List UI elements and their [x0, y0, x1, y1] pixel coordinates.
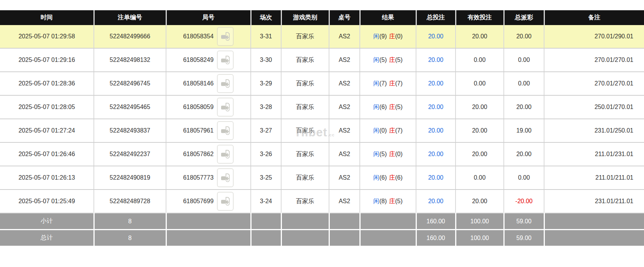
player-result-score: (9): [379, 33, 387, 39]
video-replay-button[interactable]: [217, 145, 234, 164]
col-header-round: 局号: [166, 10, 251, 25]
table-no-cell: AS2: [329, 72, 360, 95]
round-number: 618058059: [183, 104, 214, 111]
banker-result-score: (5): [395, 104, 403, 110]
remark-cell: 250.01/270.01: [544, 95, 644, 119]
time-cell: 2025-05-07 01:27:24: [0, 119, 94, 142]
player-result-score: (5): [379, 151, 387, 157]
bet-id-cell: 522482495465: [94, 95, 166, 119]
banker-result-label: 庄: [389, 174, 395, 181]
game-type-cell: 百家乐: [281, 48, 329, 72]
video-replay-button[interactable]: [217, 27, 234, 46]
table-row: 2025-05-07 01:28:05 522482495465 6180580…: [0, 95, 644, 119]
total-table-cell: [329, 230, 360, 246]
player-result-score: (7): [379, 80, 387, 87]
video-replay-button[interactable]: [217, 51, 234, 70]
col-header-total-bet: 总投注: [416, 10, 456, 25]
banker-result-label: 庄: [389, 80, 395, 87]
video-replay-button[interactable]: [217, 168, 234, 187]
round-cell: 618058059: [166, 95, 251, 119]
subtotal-count: 8: [94, 213, 166, 230]
video-icon: [220, 196, 230, 206]
valid-bet-cell: 20.00: [456, 190, 504, 213]
time-cell: 2025-05-07 01:29:58: [0, 25, 94, 48]
time-cell: 2025-05-07 01:26:13: [0, 166, 94, 190]
player-result-label: 闲: [373, 57, 379, 63]
result-cell: 闲(5)庄(5): [360, 48, 416, 72]
video-replay-button[interactable]: [217, 74, 234, 93]
col-header-bet-id: 注单编号: [94, 10, 166, 25]
subtotal-session-cell: [251, 213, 281, 230]
round-cell: 618058146: [166, 72, 251, 95]
payout-cell: 0.00: [504, 72, 544, 95]
table-no-cell: AS2: [329, 190, 360, 213]
subtotal-remark-cell: [544, 213, 644, 230]
player-result-score: (8): [379, 198, 387, 204]
total-game-cell: [281, 230, 329, 246]
table-row: 2025-05-07 01:29:58 522482499666 6180583…: [0, 25, 644, 48]
game-type-cell: 百家乐: [281, 25, 329, 48]
total-bet-cell: 20.00: [416, 190, 456, 213]
header-row: 时间 注单编号 局号 场次 游戏类别 桌号 结果 总投注 有效投注 总派彩 备注: [0, 10, 644, 25]
bet-history-table: 时间 注单编号 局号 场次 游戏类别 桌号 结果 总投注 有效投注 总派彩 备注…: [0, 10, 644, 246]
video-icon: [220, 173, 230, 183]
video-replay-button[interactable]: [217, 98, 234, 117]
total-bet-cell: 20.00: [416, 72, 456, 95]
subtotal-payout: 59.00: [504, 213, 544, 230]
session-cell: 3-31: [251, 25, 281, 48]
player-result-label: 闲: [373, 33, 379, 39]
video-icon: [220, 55, 230, 65]
game-type-cell: 百家乐: [281, 190, 329, 213]
game-type-cell: 百家乐: [281, 142, 329, 166]
banker-result-label: 庄: [389, 57, 395, 63]
session-cell: 3-25: [251, 166, 281, 190]
banker-result-score: (5): [395, 198, 403, 204]
remark-cell: 231.01/211.01: [544, 190, 644, 213]
video-icon: [220, 126, 230, 136]
table-no-cell: AS2: [329, 48, 360, 72]
subtotal-result-cell: [360, 213, 416, 230]
bet-id-cell: 522482496745: [94, 72, 166, 95]
col-header-session: 场次: [251, 10, 281, 25]
subtotal-game-cell: [281, 213, 329, 230]
time-cell: 2025-05-07 01:28:05: [0, 95, 94, 119]
player-result-label: 闲: [373, 104, 379, 110]
banker-result-score: (0): [395, 151, 403, 157]
result-cell: 闲(5)庄(0): [360, 142, 416, 166]
banker-result-score: (7): [395, 80, 403, 87]
total-bet-cell: 20.00: [416, 119, 456, 142]
session-cell: 3-27: [251, 119, 281, 142]
video-replay-button[interactable]: [217, 121, 234, 140]
remark-cell: 270.01/270.01: [544, 48, 644, 72]
time-cell: 2025-05-07 01:28:36: [0, 72, 94, 95]
session-cell: 3-29: [251, 72, 281, 95]
video-icon: [220, 149, 230, 159]
subtotal-row: 小计 8 160.00 100.00 59.00: [0, 213, 644, 230]
table-row: 2025-05-07 01:26:13 522482490819 6180577…: [0, 166, 644, 190]
subtotal-valid-bet: 100.00: [456, 213, 504, 230]
col-header-payout: 总派彩: [504, 10, 544, 25]
table-no-cell: AS2: [329, 119, 360, 142]
player-result-score: (6): [379, 104, 387, 110]
player-result-score: (6): [379, 174, 387, 181]
payout-cell: 20.00: [504, 142, 544, 166]
total-label: 总计: [0, 230, 94, 246]
round-number: 618058249: [183, 57, 214, 63]
table-row: 2025-05-07 01:28:36 522482496745 6180581…: [0, 72, 644, 95]
video-replay-button[interactable]: [217, 192, 234, 211]
subtotal-total-bet: 160.00: [416, 213, 456, 230]
session-cell: 3-24: [251, 190, 281, 213]
table-no-cell: AS2: [329, 166, 360, 190]
col-header-time: 时间: [0, 10, 94, 25]
player-result-label: 闲: [373, 174, 379, 181]
valid-bet-cell: 20.00: [456, 119, 504, 142]
result-cell: 闲(9)庄(0): [360, 25, 416, 48]
payout-cell: -20.00: [504, 190, 544, 213]
time-cell: 2025-05-07 01:26:46: [0, 142, 94, 166]
banker-result-label: 庄: [389, 104, 395, 110]
subtotal-table-cell: [329, 213, 360, 230]
player-result-label: 闲: [373, 151, 379, 157]
time-cell: 2025-05-07 01:25:49: [0, 190, 94, 213]
total-round-cell: [166, 230, 251, 246]
round-number: 618058354: [183, 33, 214, 40]
